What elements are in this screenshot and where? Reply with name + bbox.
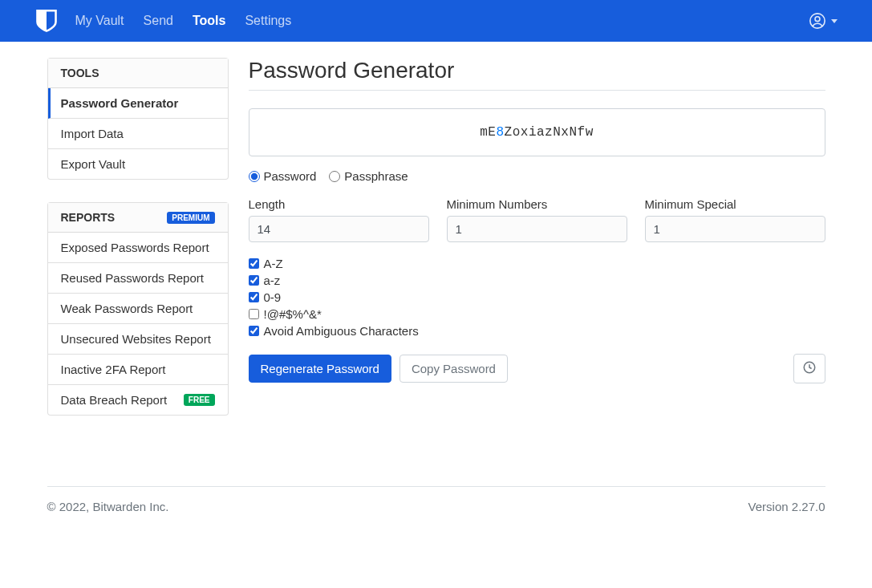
checkbox-uppercase[interactable] bbox=[249, 258, 259, 269]
radio-type-password[interactable]: Password bbox=[249, 169, 317, 183]
sidebar-item-inactive-2fa[interactable]: Inactive 2FA Report bbox=[48, 355, 228, 385]
sidebar-item-import-data[interactable]: Import Data bbox=[48, 119, 228, 149]
account-menu[interactable] bbox=[809, 12, 838, 30]
footer-copyright: © 2022, Bitwarden Inc. bbox=[47, 500, 169, 513]
sidebar-item-data-breach[interactable]: Data Breach Report FREE bbox=[48, 385, 228, 415]
length-input[interactable] bbox=[249, 216, 429, 242]
radio-password-input[interactable] bbox=[249, 171, 260, 182]
nav-link-send[interactable]: Send bbox=[144, 14, 173, 28]
main-content: Password Generator mE8ZoxiazNxNfw Passwo… bbox=[249, 58, 825, 438]
min-numbers-label: Minimum Numbers bbox=[447, 197, 627, 211]
sidebar: TOOLS Password Generator Import Data Exp… bbox=[47, 58, 229, 438]
sidebar-tools-header: TOOLS bbox=[48, 59, 228, 88]
sidebar-item-weak-passwords[interactable]: Weak Passwords Report bbox=[48, 294, 228, 324]
free-badge: FREE bbox=[184, 394, 215, 406]
radio-password-label: Password bbox=[264, 169, 317, 183]
premium-badge: PREMIUM bbox=[167, 212, 214, 224]
radio-passphrase-label: Passphrase bbox=[344, 169, 408, 183]
checkbox-avoid-ambiguous-label: Avoid Ambiguous Characters bbox=[264, 324, 419, 338]
nav-link-settings[interactable]: Settings bbox=[245, 14, 291, 28]
page-title: Password Generator bbox=[249, 58, 825, 83]
checkbox-lowercase[interactable] bbox=[249, 275, 259, 286]
history-icon bbox=[802, 360, 817, 375]
checkbox-lowercase-label: a-z bbox=[264, 274, 281, 287]
chevron-down-icon bbox=[831, 19, 838, 23]
nav-link-my-vault[interactable]: My Vault bbox=[75, 14, 124, 28]
checkbox-digits-label: 0-9 bbox=[264, 290, 282, 304]
checkbox-digits[interactable] bbox=[249, 292, 259, 302]
sidebar-item-reused-passwords[interactable]: Reused Passwords Report bbox=[48, 263, 228, 294]
account-icon bbox=[809, 12, 826, 30]
nav-link-tools[interactable]: Tools bbox=[193, 14, 225, 28]
checkbox-special[interactable] bbox=[249, 309, 259, 319]
min-numbers-input[interactable] bbox=[447, 216, 627, 242]
sidebar-reports-header: REPORTS PREMIUM bbox=[48, 203, 228, 233]
radio-type-passphrase[interactable]: Passphrase bbox=[329, 169, 408, 183]
min-special-label: Minimum Special bbox=[645, 197, 825, 211]
footer-version: Version 2.27.0 bbox=[748, 500, 825, 513]
sidebar-item-unsecured-websites[interactable]: Unsecured Websites Report bbox=[48, 324, 228, 355]
sidebar-item-exposed-passwords[interactable]: Exposed Passwords Report bbox=[48, 233, 228, 263]
brand-logo-icon bbox=[35, 9, 58, 33]
regenerate-password-button[interactable]: Regenerate Password bbox=[249, 355, 391, 383]
navbar: My Vault Send Tools Settings bbox=[0, 0, 872, 42]
svg-point-1 bbox=[815, 17, 820, 22]
sidebar-item-label: Data Breach Report bbox=[61, 393, 168, 407]
length-label: Length bbox=[249, 197, 429, 211]
divider bbox=[249, 90, 825, 91]
checkbox-uppercase-label: A-Z bbox=[264, 257, 283, 270]
checkbox-special-label: !@#$%^&* bbox=[264, 307, 322, 321]
sidebar-reports-header-label: REPORTS bbox=[61, 211, 116, 224]
copy-password-button[interactable]: Copy Password bbox=[399, 355, 508, 383]
generated-password-display: mE8ZoxiazNxNfw bbox=[249, 108, 825, 156]
password-history-button[interactable] bbox=[793, 354, 825, 383]
footer: © 2022, Bitwarden Inc. Version 2.27.0 bbox=[47, 487, 825, 537]
min-special-input[interactable] bbox=[645, 216, 825, 242]
checkbox-avoid-ambiguous[interactable] bbox=[249, 326, 259, 336]
sidebar-item-export-vault[interactable]: Export Vault bbox=[48, 149, 228, 179]
sidebar-item-password-generator[interactable]: Password Generator bbox=[48, 88, 228, 119]
radio-passphrase-input[interactable] bbox=[329, 171, 340, 182]
